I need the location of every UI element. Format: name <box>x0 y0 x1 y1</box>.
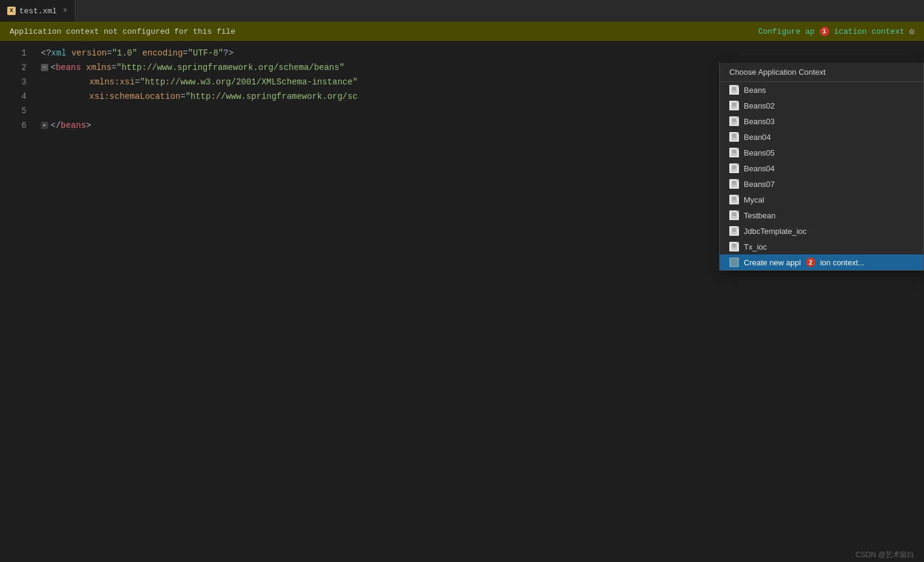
file-icon <box>729 85 739 95</box>
code-token: version <box>71 46 107 60</box>
context-item-label: Beans <box>744 86 766 95</box>
context-item-bean04[interactable]: Bean04 <box>720 129 923 145</box>
context-item-label: Beans05 <box>744 148 775 157</box>
file-icon <box>729 195 739 204</box>
code-token: xsi:schemaLocation <box>89 89 180 104</box>
context-item-jdbctemplate[interactable]: JdbcTemplate_ioc <box>720 223 923 239</box>
tab-file-icon: x <box>7 7 16 15</box>
context-item-beans[interactable]: Beans <box>720 82 923 98</box>
code-token: "1.0" <box>112 46 137 60</box>
tab-test-xml[interactable]: x test.xml × <box>0 0 75 22</box>
status-bar: CSDN @艺术留白 <box>846 548 924 562</box>
tab-close-button[interactable]: × <box>63 7 67 15</box>
code-token: = <box>112 60 116 75</box>
file-icon <box>729 257 739 267</box>
code-token: "UTF-8" <box>188 46 224 60</box>
context-item-label: Testbean <box>744 211 776 220</box>
code-token: = <box>107 46 112 60</box>
context-item-testbean[interactable]: Testbean <box>720 207 923 223</box>
code-token: = <box>183 46 187 60</box>
configure-context-link-2[interactable]: ication context <box>834 27 905 36</box>
context-item-label: Bean04 <box>744 133 771 142</box>
code-token: > <box>86 118 91 133</box>
code-token: < <box>51 60 55 75</box>
context-item-label: Tx_ioc <box>744 242 767 251</box>
context-item-label: Mycal <box>744 195 764 204</box>
code-token: xmlns <box>86 60 112 75</box>
status-text: CSDN @艺术留白 <box>855 550 914 560</box>
code-token: "http://www.w3.org/2001/XMLSchema-instan… <box>140 75 357 89</box>
fold-btn-2[interactable]: − <box>41 64 48 71</box>
file-icon <box>729 148 739 157</box>
code-token <box>137 46 142 60</box>
code-token: encoding <box>142 46 183 60</box>
context-item-beans02[interactable]: Beans02 <box>720 98 923 113</box>
context-item-beans07[interactable]: Beans07 <box>720 176 923 192</box>
code-token: <? <box>41 46 51 60</box>
context-item-label: Beans02 <box>744 101 775 110</box>
file-icon <box>729 210 739 220</box>
dropdown-header: Choose Application Context <box>720 63 923 82</box>
code-token: beans <box>61 118 86 133</box>
file-icon <box>729 132 739 142</box>
gear-icon[interactable]: ⚙ <box>910 27 914 37</box>
code-token: "http://www.springframework.org/sc <box>186 89 358 104</box>
code-token: beans <box>55 60 81 75</box>
banner-right: Configure ap 1 ication context ⚙ <box>758 27 914 37</box>
line-num-6: 6 <box>0 118 27 133</box>
line-numbers: 1 2 3 4 5 6 <box>0 41 36 548</box>
context-item-label: Beans04 <box>744 164 775 173</box>
line-num-1: 1 <box>0 46 27 60</box>
code-token: xml <box>51 46 66 60</box>
code-token: ?> <box>224 46 234 60</box>
banner: Application context not configured for t… <box>0 22 924 41</box>
file-icon <box>729 163 739 173</box>
file-icon <box>729 226 739 236</box>
line-num-5: 5 <box>0 104 27 118</box>
fold-btn-6[interactable]: ▸ <box>41 122 48 129</box>
code-line-1: <?xml version="1.0" encoding="UTF-8"?> <box>41 46 924 60</box>
context-item-label: Beans03 <box>744 117 775 126</box>
tab-bar: x test.xml × <box>0 0 924 22</box>
context-item-beans05[interactable]: Beans05 <box>720 145 923 160</box>
code-token: "http://www.springframework.org/schema/b… <box>116 60 344 75</box>
file-icon <box>729 101 739 110</box>
app-context-dropdown: Choose Application Context Beans Beans02… <box>719 63 924 271</box>
code-token <box>66 46 71 60</box>
context-item-label: JdbcTemplate_ioc <box>744 227 806 236</box>
code-token: = <box>135 75 140 89</box>
line-num-3: 3 <box>0 75 27 89</box>
badge-1: 1 <box>820 27 829 36</box>
context-item-beans03[interactable]: Beans03 <box>720 113 923 129</box>
create-new-context-item[interactable]: Create new appl 2 ion context... <box>720 254 923 270</box>
banner-text: Application context not configured for t… <box>10 27 235 36</box>
create-context-label-2: ion context... <box>820 258 865 267</box>
code-token <box>81 60 86 75</box>
context-item-mycal[interactable]: Mycal <box>720 192 923 207</box>
file-icon <box>729 116 739 126</box>
context-item-txioc[interactable]: Tx_ioc <box>720 239 923 254</box>
code-token: xmlns:xsi <box>89 75 135 89</box>
file-icon <box>729 179 739 189</box>
create-context-label: Create new appl <box>744 258 801 267</box>
configure-context-link[interactable]: Configure ap <box>758 27 815 36</box>
code-token: = <box>180 89 185 104</box>
file-icon <box>729 242 739 251</box>
tab-label: test.xml <box>19 7 57 16</box>
context-item-label: Beans07 <box>744 180 775 189</box>
line-num-4: 4 <box>0 89 27 104</box>
line-num-2: 2 <box>0 60 27 75</box>
editor: 1 2 3 4 5 6 <?xml version="1.0" encoding… <box>0 41 924 548</box>
code-token: </ <box>51 118 61 133</box>
context-item-beans04[interactable]: Beans04 <box>720 160 923 176</box>
badge-2: 2 <box>806 257 816 267</box>
